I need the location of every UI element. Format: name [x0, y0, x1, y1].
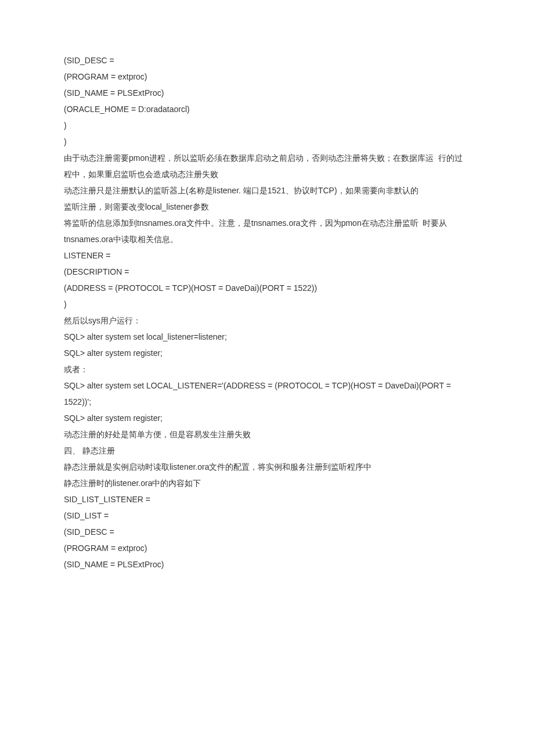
text-line: 监听注册，则需要改变local_listener参数 [64, 199, 470, 215]
text-line: 将监听的信息添加到tnsnames.ora文件中。注意，是tnsnames.or… [64, 215, 470, 247]
text-line: 然后以sys用户运行： [64, 312, 470, 329]
text-line: 动态注册的好处是简单方便，但是容易发生注册失败 [64, 426, 470, 442]
text-line: SID_LIST_LISTENER = [64, 491, 470, 507]
document-page: (SID_DESC = (PROGRAM = extproc) (SID_NAM… [0, 0, 534, 756]
text-line: LISTENER = [64, 247, 470, 264]
text-line: SQL> alter system register; [64, 345, 470, 361]
text-line: (SID_NAME = PLSExtProc) [64, 85, 470, 101]
text-line: ) [64, 296, 470, 312]
text-line: (SID_DESC = [64, 524, 470, 540]
text-line: 四、 静态注册 [64, 442, 470, 459]
text-line: SQL> alter system set local_listener=lis… [64, 329, 470, 345]
text-line: ) [64, 117, 470, 134]
text-line: SQL> alter system set LOCAL_LISTENER='(A… [64, 377, 470, 410]
text-line: (SID_DESC = [64, 52, 470, 69]
text-line: (PROGRAM = extproc) [64, 69, 470, 85]
text-line: 动态注册只是注册默认的监听器上(名称是listener. 端口是1521、协议时… [64, 182, 470, 199]
text-line: (SID_NAME = PLSExtProc) [64, 556, 470, 573]
text-line: 或者： [64, 361, 470, 377]
text-line: 静态注册时的listener.ora中的内容如下 [64, 475, 470, 491]
text-line: (SID_LIST = [64, 507, 470, 524]
text-line: SQL> alter system register; [64, 410, 470, 426]
text-line: (DESCRIPTION = [64, 264, 470, 280]
text-line: (PROGRAM = extproc) [64, 540, 470, 556]
text-line: 静态注册就是实例启动时读取listener.ora文件的配置，将实例和服务注册到… [64, 459, 470, 475]
text-line: ) [64, 134, 470, 150]
text-line: 由于动态注册需要pmon进程，所以监听必须在数据库启动之前启动，否则动态注册将失… [64, 150, 470, 182]
text-line: (ADDRESS = (PROTOCOL = TCP)(HOST = DaveD… [64, 280, 470, 296]
text-line: (ORACLE_HOME = D:oradataorcl) [64, 101, 470, 117]
